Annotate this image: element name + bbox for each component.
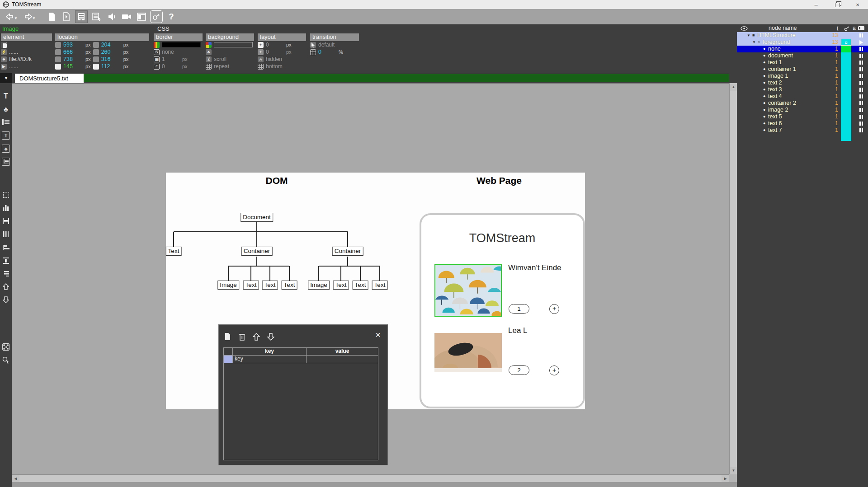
- tree-row-text-7[interactable]: ●text 71: [737, 127, 868, 134]
- layout-button[interactable]: [136, 10, 147, 23]
- scroll-right-arrow[interactable]: ▶: [722, 475, 729, 482]
- background-repeat-value[interactable]: repeat: [214, 63, 229, 70]
- zoom-tool-icon[interactable]: [1, 353, 11, 366]
- save-as-button[interactable]: [90, 10, 103, 23]
- abstract-shapes-image[interactable]: [434, 333, 502, 372]
- pause-icon[interactable]: [855, 100, 867, 107]
- move-entry-down-button[interactable]: [266, 332, 276, 342]
- pause-icon[interactable]: [855, 80, 867, 86]
- element-row-value[interactable]: ......: [9, 63, 18, 70]
- tab-list-dropdown[interactable]: ▼: [0, 73, 12, 83]
- pause-icon[interactable]: [855, 52, 867, 59]
- tree-row-text-2[interactable]: ●text 21: [737, 80, 868, 86]
- boxed-text-tool-icon[interactable]: T: [1, 129, 11, 142]
- umbrellas-image[interactable]: [434, 264, 502, 317]
- move-up-icon[interactable]: [1, 280, 11, 293]
- boxed-list-tool-icon[interactable]: [1, 155, 11, 168]
- transition-mode-value[interactable]: default: [318, 42, 335, 48]
- item-count-button[interactable]: 2: [509, 365, 529, 375]
- border-width-value[interactable]: 1: [162, 56, 180, 62]
- chart-tool-icon[interactable]: [1, 201, 11, 215]
- item-add-button[interactable]: +: [549, 365, 559, 375]
- key-button[interactable]: [150, 10, 163, 23]
- background-color-icon[interactable]: [206, 42, 212, 48]
- background-color-swatch[interactable]: [214, 42, 253, 47]
- webpage-card[interactable]: TOMStream: [420, 213, 585, 408]
- dialog-close-button[interactable]: ×: [373, 330, 383, 340]
- dom-node-box[interactable]: Text: [243, 281, 259, 290]
- expand-caret-icon[interactable]: ▼: [747, 32, 750, 39]
- element-script-icon[interactable]: [1, 49, 7, 55]
- pause-icon[interactable]: [855, 113, 867, 120]
- scroll-up-arrow[interactable]: ▲: [730, 83, 737, 91]
- timeline-cell[interactable]: [841, 52, 851, 59]
- transition-progress-icon[interactable]: [310, 49, 316, 55]
- location-x-value[interactable]: 666: [63, 49, 83, 55]
- new-entry-button[interactable]: [222, 332, 232, 342]
- timeline-cell[interactable]: ¤: [841, 39, 851, 46]
- align-lines-icon[interactable]: [1, 267, 11, 280]
- timeline-cell[interactable]: [841, 86, 851, 93]
- border-color-swatch[interactable]: [162, 42, 201, 47]
- transition-progress-value[interactable]: 0: [318, 49, 336, 55]
- dom-node-box[interactable]: Text: [166, 247, 182, 256]
- location-w-value[interactable]: 145: [63, 63, 83, 70]
- dom-node-box[interactable]: Image: [308, 281, 330, 290]
- restore-button[interactable]: [826, 0, 847, 9]
- layout-y-value[interactable]: 0: [266, 49, 284, 55]
- move-entry-up-button[interactable]: [251, 332, 261, 342]
- text-tool-icon[interactable]: T: [1, 89, 11, 103]
- location-x-value[interactable]: 593: [63, 42, 83, 48]
- video-button[interactable]: [120, 10, 133, 23]
- save-button[interactable]: [75, 10, 88, 23]
- layout-x-icon[interactable]: +: [258, 42, 264, 48]
- horizontal-scrollbar[interactable]: ◀ ▶: [12, 474, 729, 482]
- background-attachment-icon[interactable]: ⊻: [206, 56, 212, 62]
- element-flag-icon[interactable]: ▶: [1, 64, 7, 70]
- dom-node-box[interactable]: Container: [332, 247, 363, 256]
- pause-icon[interactable]: [855, 86, 867, 93]
- timeline-cell[interactable]: [841, 66, 851, 73]
- audio-button[interactable]: [106, 10, 118, 23]
- tree-row-text-5[interactable]: ●text 51: [737, 113, 868, 120]
- forward-button[interactable]: ▼: [22, 10, 37, 23]
- tree-row-HTMLStructure[interactable]: ▼■HTMLStructure13: [737, 32, 868, 39]
- pause-icon[interactable]: [855, 73, 867, 80]
- pause-icon[interactable]: [855, 120, 867, 127]
- timeline-cell[interactable]: [841, 80, 851, 86]
- dom-node-box[interactable]: Text: [353, 281, 368, 290]
- layout-overflow-value[interactable]: hidden: [266, 56, 282, 62]
- timeline-cell[interactable]: [841, 127, 851, 134]
- location-y-value[interactable]: 316: [101, 56, 121, 62]
- play-icon[interactable]: [855, 39, 867, 46]
- dom-node-box[interactable]: Text: [372, 281, 388, 290]
- timeline-cell[interactable]: [841, 32, 851, 39]
- tree-row-container-1[interactable]: ●container 11: [737, 66, 868, 73]
- timeline-cell[interactable]: [841, 107, 851, 113]
- timeline-cell[interactable]: [841, 59, 851, 66]
- vertical-bars-icon[interactable]: [1, 228, 11, 241]
- key-cell[interactable]: key: [233, 356, 307, 363]
- forward-dropdown-icon[interactable]: ▼: [32, 16, 36, 20]
- boxed-container-tool-icon[interactable]: ♣: [1, 142, 11, 155]
- timeline-cell[interactable]: [841, 100, 851, 107]
- tree-row-image-1[interactable]: ●image 11: [737, 73, 868, 80]
- pause-icon[interactable]: [855, 93, 867, 100]
- tree-row-text-1[interactable]: ●text 11: [737, 59, 868, 66]
- move-down-icon[interactable]: [1, 293, 11, 306]
- dom-node-box[interactable]: Text: [333, 281, 349, 290]
- dom-node-box[interactable]: Text: [262, 281, 278, 290]
- timeline-cell[interactable]: [841, 120, 851, 127]
- visibility-eye-icon[interactable]: [741, 26, 748, 31]
- pause-icon[interactable]: [855, 66, 867, 73]
- back-dropdown-icon[interactable]: ▼: [14, 16, 18, 20]
- distribute-vertical-icon[interactable]: [1, 254, 11, 267]
- value-cell[interactable]: [307, 356, 378, 363]
- location-y-value[interactable]: 260: [101, 49, 121, 55]
- background-image-icon[interactable]: ♣: [206, 49, 212, 55]
- border-radius-icon[interactable]: ◜: [154, 64, 160, 70]
- border-style-icon[interactable]: S: [154, 49, 160, 55]
- file-tab[interactable]: DOMStructure5.txt: [15, 74, 84, 83]
- layout-align-icon[interactable]: [258, 64, 264, 70]
- select-tool-icon[interactable]: [1, 188, 11, 201]
